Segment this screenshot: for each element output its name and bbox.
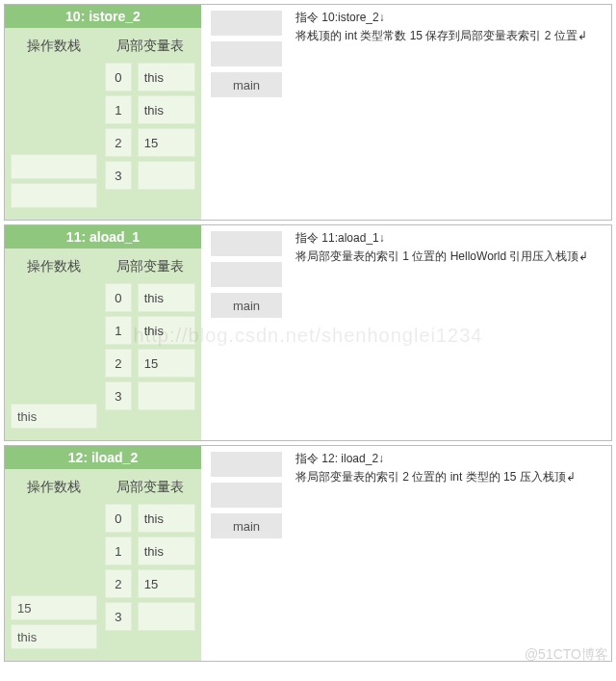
call-slot-main: main bbox=[211, 513, 282, 538]
operand-panel: 操作数栈 bbox=[11, 34, 97, 214]
stack-slot: this bbox=[11, 624, 97, 649]
locals-table: 0this 1this 215 3 bbox=[105, 283, 195, 410]
local-val: 15 bbox=[138, 128, 195, 157]
local-row: 0this bbox=[105, 504, 195, 533]
local-row: 0this bbox=[105, 283, 195, 312]
desc-line: 将局部变量表的索引 1 位置的 HelloWorld 引用压入栈顶↲ bbox=[295, 248, 603, 266]
locals-table: 0this 1this 215 3 bbox=[105, 504, 195, 631]
step-row: 11: aload_1 操作数栈 this 局部变量表 0this 1this … bbox=[4, 224, 612, 441]
locals-panel: 局部变量表 0this 1this 215 3 bbox=[105, 34, 195, 214]
local-idx: 2 bbox=[105, 349, 132, 378]
call-stack: main bbox=[201, 225, 288, 440]
local-idx: 3 bbox=[105, 161, 132, 190]
local-idx: 1 bbox=[105, 95, 132, 124]
local-row: 215 bbox=[105, 128, 195, 157]
local-row: 1this bbox=[105, 316, 195, 345]
step-row: 12: iload_2 操作数栈 this 15 局部变量表 0this 1th… bbox=[4, 445, 612, 662]
instruction-title: 11: aload_1 bbox=[5, 225, 201, 249]
stack-slot bbox=[11, 183, 97, 208]
operand-label: 操作数栈 bbox=[11, 34, 97, 63]
operand-stack: this bbox=[11, 283, 97, 434]
local-row: 3 bbox=[105, 602, 195, 631]
operand-label: 操作数栈 bbox=[11, 475, 97, 504]
local-row: 215 bbox=[105, 349, 195, 378]
locals-panel: 局部变量表 0this 1this 215 3 bbox=[105, 254, 195, 434]
call-slot-main: main bbox=[211, 72, 282, 97]
stack-frame: 操作数栈 this 15 局部变量表 0this 1this 215 3 bbox=[5, 469, 201, 661]
local-idx: 0 bbox=[105, 504, 132, 533]
locals-label: 局部变量表 bbox=[105, 254, 195, 283]
cmd-line: 指令 12: iload_2↓ bbox=[295, 450, 603, 468]
stack-slot bbox=[11, 154, 97, 179]
call-stack: main bbox=[201, 446, 288, 661]
desc-line: 将栈顶的 int 类型常数 15 保存到局部变量表索引 2 位置↲ bbox=[295, 27, 603, 45]
stack-frame: 操作数栈 局部变量表 0this 1this 215 3 bbox=[5, 28, 201, 220]
locals-label: 局部变量表 bbox=[105, 34, 195, 63]
stack-frame: 操作数栈 this 局部变量表 0this 1this 215 3 bbox=[5, 249, 201, 440]
local-val: this bbox=[138, 63, 195, 92]
local-idx: 2 bbox=[105, 569, 132, 598]
local-idx: 3 bbox=[105, 602, 132, 631]
step-row: 10: istore_2 操作数栈 局部变量表 0this 1this 215 … bbox=[4, 4, 612, 221]
local-row: 215 bbox=[105, 569, 195, 598]
local-row: 1this bbox=[105, 537, 195, 565]
local-row: 1this bbox=[105, 95, 195, 124]
call-slot-empty bbox=[211, 452, 282, 477]
local-row: 3 bbox=[105, 381, 195, 410]
vm-diagram: 12: iload_2 操作数栈 this 15 局部变量表 0this 1th… bbox=[5, 446, 201, 661]
description: 指令 12: iload_2↓ 将局部变量表的索引 2 位置的 int 类型的 … bbox=[288, 446, 611, 661]
cmd-line: 指令 11:aload_1↓ bbox=[295, 229, 603, 248]
local-val: this bbox=[138, 95, 195, 124]
description: 指令 10:istore_2↓ 将栈顶的 int 类型常数 15 保存到局部变量… bbox=[288, 5, 611, 220]
stack-slot: 15 bbox=[11, 595, 97, 620]
local-idx: 3 bbox=[105, 381, 132, 410]
cmd-line: 指令 10:istore_2↓ bbox=[295, 9, 603, 27]
local-val: this bbox=[138, 316, 195, 345]
call-slot-empty bbox=[211, 11, 282, 36]
call-stack: main bbox=[201, 5, 288, 220]
stack-slot: this bbox=[11, 404, 97, 429]
local-idx: 1 bbox=[105, 316, 132, 345]
local-row: 0this bbox=[105, 63, 195, 92]
local-idx: 2 bbox=[105, 128, 132, 157]
local-row: 3 bbox=[105, 161, 195, 190]
local-idx: 1 bbox=[105, 537, 132, 565]
vm-diagram: 10: istore_2 操作数栈 局部变量表 0this 1this 215 … bbox=[5, 5, 201, 220]
vm-diagram: 11: aload_1 操作数栈 this 局部变量表 0this 1this … bbox=[5, 225, 201, 440]
call-slot-empty bbox=[211, 231, 282, 256]
operand-stack bbox=[11, 63, 97, 214]
call-slot-empty bbox=[211, 262, 282, 287]
instruction-title: 12: iload_2 bbox=[5, 446, 201, 469]
locals-panel: 局部变量表 0this 1this 215 3 bbox=[105, 475, 195, 655]
operand-panel: 操作数栈 this bbox=[11, 254, 97, 434]
local-idx: 0 bbox=[105, 63, 132, 92]
locals-table: 0this 1this 215 3 bbox=[105, 63, 195, 190]
local-val: 15 bbox=[138, 349, 195, 378]
local-val: this bbox=[138, 283, 195, 312]
local-val bbox=[138, 602, 195, 631]
local-val bbox=[138, 161, 195, 190]
call-slot-empty bbox=[211, 483, 282, 508]
call-slot-main: main bbox=[211, 293, 282, 318]
desc-line: 将局部变量表的索引 2 位置的 int 类型的 15 压入栈顶↲ bbox=[295, 468, 603, 486]
description: 指令 11:aload_1↓ 将局部变量表的索引 1 位置的 HelloWorl… bbox=[288, 225, 611, 440]
local-val: this bbox=[138, 537, 195, 565]
local-idx: 0 bbox=[105, 283, 132, 312]
local-val: 15 bbox=[138, 569, 195, 598]
instruction-title: 10: istore_2 bbox=[5, 5, 201, 28]
operand-panel: 操作数栈 this 15 bbox=[11, 475, 97, 655]
local-val: this bbox=[138, 504, 195, 533]
operand-stack: this 15 bbox=[11, 504, 97, 655]
operand-label: 操作数栈 bbox=[11, 254, 97, 283]
local-val bbox=[138, 381, 195, 410]
call-slot-empty bbox=[211, 41, 282, 66]
locals-label: 局部变量表 bbox=[105, 475, 195, 504]
